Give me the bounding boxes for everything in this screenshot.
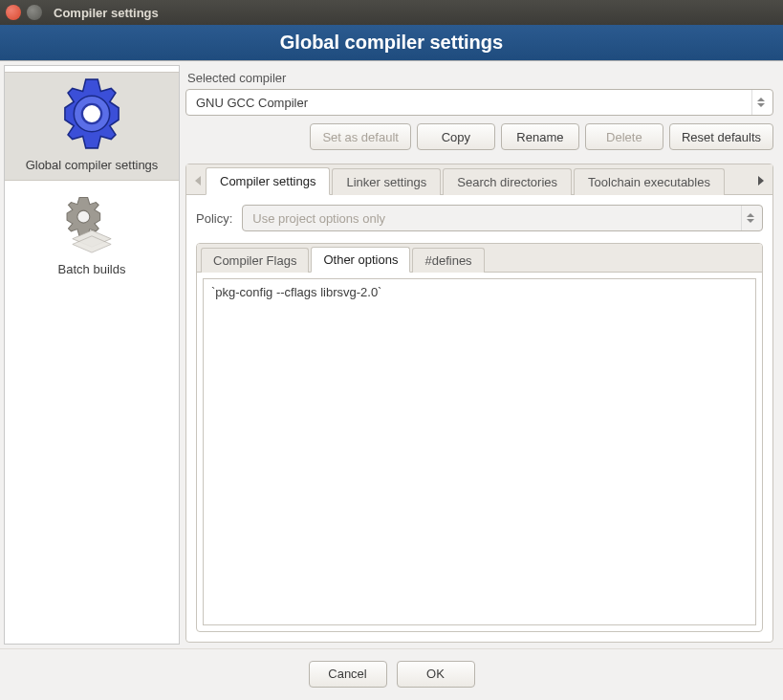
svg-point-1 — [82, 104, 101, 123]
policy-select[interactable]: Use project options only — [242, 205, 763, 231]
content-area: Selected compiler GNU GCC Compiler Set a… — [184, 65, 779, 645]
delete-button[interactable]: Delete — [585, 123, 663, 150]
tab-scroll-right-icon[interactable] — [753, 167, 769, 194]
sidebar-item-label: Batch builds — [58, 262, 126, 276]
banner: Global compiler settings — [0, 25, 783, 61]
sidebar-item-global-compiler-settings[interactable]: Global compiler settings — [5, 72, 179, 181]
policy-select-value: Use project options only — [252, 211, 741, 226]
reset-defaults-button[interactable]: Reset defaults — [669, 123, 773, 150]
svg-point-2 — [77, 210, 90, 223]
dialog-footer: Cancel OK — [0, 648, 783, 698]
policy-row: Policy: Use project options only — [196, 205, 763, 231]
chevron-updown-icon — [751, 90, 769, 115]
compiler-select[interactable]: GNU GCC Compiler — [185, 89, 773, 116]
banner-title: Global compiler settings — [280, 32, 503, 53]
tab-body: Policy: Use project options only Compile… — [186, 195, 772, 642]
copy-button[interactable]: Copy — [417, 123, 495, 150]
chevron-updown-icon — [741, 206, 758, 230]
gear-icon — [54, 77, 129, 154]
subtabs-panel: Compiler Flags Other options #defines — [196, 243, 763, 632]
titlebar: Compiler settings — [0, 0, 783, 25]
cancel-button[interactable]: Cancel — [309, 661, 387, 688]
set-as-default-button[interactable]: Set as default — [310, 123, 411, 150]
other-options-textarea[interactable] — [203, 278, 756, 625]
subtabbar: Compiler Flags Other options #defines — [197, 244, 762, 273]
sidebar: Global compiler settings Batch builds — [4, 65, 180, 645]
tab-scroll-left-icon[interactable] — [190, 167, 206, 194]
sidebar-item-label: Global compiler settings — [26, 158, 159, 172]
tab-compiler-settings[interactable]: Compiler settings — [206, 167, 330, 195]
tab-linker-settings[interactable]: Linker settings — [332, 168, 441, 195]
subtab-defines[interactable]: #defines — [412, 248, 484, 273]
policy-label: Policy: — [196, 211, 232, 226]
tabs-panel: Compiler settings Linker settings Search… — [185, 164, 773, 643]
tabbar: Compiler settings Linker settings Search… — [186, 164, 772, 195]
subtab-other-options[interactable]: Other options — [311, 247, 410, 273]
gear-stack-icon — [57, 196, 126, 258]
compiler-select-value: GNU GCC Compiler — [196, 96, 751, 110]
window-close-button[interactable] — [6, 5, 21, 20]
rename-button[interactable]: Rename — [501, 123, 579, 150]
tab-toolchain-executables[interactable]: Toolchain executables — [574, 168, 725, 195]
subtab-compiler-flags[interactable]: Compiler Flags — [201, 248, 309, 273]
window-title: Compiler settings — [54, 6, 159, 20]
ok-button[interactable]: OK — [397, 661, 475, 688]
sidebar-item-batch-builds[interactable]: Batch builds — [5, 190, 179, 284]
selected-compiler-label: Selected compiler — [187, 71, 773, 85]
window-minimize-button[interactable] — [27, 5, 42, 20]
compiler-buttons-row: Set as default Copy Rename Delete Reset … — [185, 123, 773, 150]
tab-search-directories[interactable]: Search directories — [443, 168, 572, 195]
